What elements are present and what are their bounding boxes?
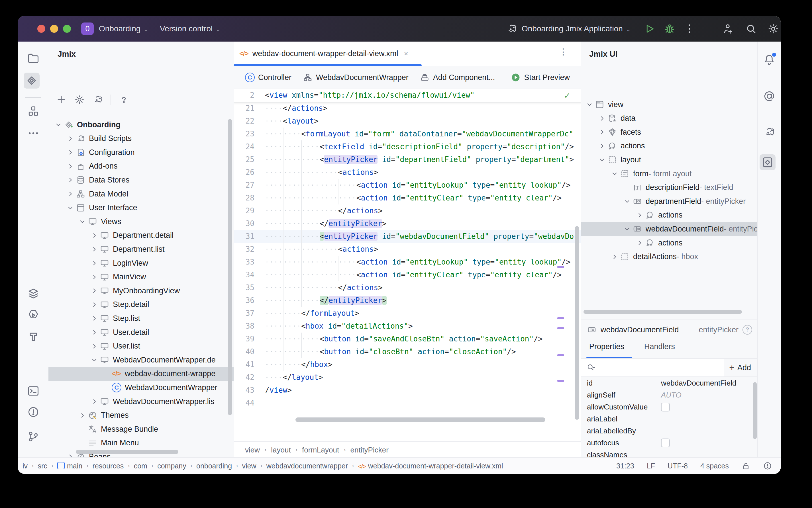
property-search-input[interactable]: [581, 359, 724, 376]
project-item-add-ons[interactable]: Add-ons: [48, 160, 234, 173]
chevron-collapsed-icon[interactable]: [598, 128, 606, 136]
close-icon[interactable]: ×: [404, 49, 408, 58]
property-row-classNames[interactable]: classNames: [581, 449, 750, 458]
project-item-main-menu[interactable]: Main Menu: [48, 436, 234, 450]
jmixui-item-detailactions[interactable]: detailActions - hbox: [581, 250, 758, 264]
code-line-38[interactable]: 38<hbox id="detailActions">: [234, 320, 581, 333]
editor-vertical-scrollbar[interactable]: [575, 226, 579, 420]
help-icon[interactable]: ?: [742, 325, 752, 335]
chevron-collapsed-icon[interactable]: [66, 176, 75, 184]
git-branch-icon[interactable]: [27, 430, 40, 443]
jmix-ui-horizontal-scrollbar[interactable]: [583, 310, 742, 314]
code-line-33[interactable]: 33<action id="entityLookup" type="entity…: [234, 256, 581, 268]
chevron-collapsed-icon[interactable]: [90, 300, 98, 309]
chevron-expanded-icon[interactable]: [66, 204, 75, 212]
path-crumb-webdav-document-wrapper-detail-view.xml[interactable]: </>webdav-document-wrapper-detail-view.x…: [358, 462, 503, 470]
chevron-collapsed-icon[interactable]: [90, 245, 98, 253]
path-crumb-onboarding[interactable]: onboarding: [196, 462, 232, 470]
chevron-expanded-icon[interactable]: [78, 217, 87, 226]
help-icon[interactable]: [119, 94, 129, 105]
plus-icon[interactable]: [56, 94, 67, 105]
jmixui-item-actions[interactable]: actions: [581, 208, 758, 222]
chevron-collapsed-icon[interactable]: [90, 273, 98, 281]
inspections-widget-icon[interactable]: [763, 461, 772, 470]
chevron-collapsed-icon[interactable]: [635, 211, 644, 219]
services-layers-icon[interactable]: [27, 287, 40, 300]
checkbox[interactable]: [661, 438, 670, 447]
project-horizontal-scrollbar[interactable]: [76, 450, 178, 454]
editor-tab[interactable]: </> webdav-document-wrapper-detail-view.…: [239, 42, 408, 66]
project-item-user-list[interactable]: User.list: [48, 339, 234, 353]
checkbox[interactable]: [661, 403, 670, 412]
project-item-data-model[interactable]: Data Model: [48, 187, 234, 201]
code-line-44[interactable]: 44: [234, 397, 581, 410]
add-component-button[interactable]: Add Component...: [420, 73, 495, 82]
jmixui-item-data[interactable]: data: [581, 112, 758, 125]
breadcrumb-view[interactable]: view: [245, 446, 260, 455]
code-line-25[interactable]: 25<entityPicker id="departmentField" pro…: [234, 153, 581, 166]
notifications-bell-icon[interactable]: [763, 53, 775, 66]
jmixui-item-webdavdocumentfield[interactable]: webdavDocumentField - entityPicke: [581, 222, 758, 236]
code-line-32[interactable]: 32<actions>: [234, 243, 581, 256]
chevron-collapsed-icon[interactable]: [66, 148, 75, 157]
editor-area[interactable]: </> webdav-document-wrapper-detail-view.…: [234, 42, 581, 458]
property-row-id[interactable]: idwebdavDocumentField: [581, 377, 750, 389]
tab-properties[interactable]: Properties: [589, 342, 624, 351]
code-line-26[interactable]: 26<actions>: [234, 166, 581, 179]
more-ellipsis-icon[interactable]: [27, 127, 40, 139]
path-crumb-view[interactable]: view: [242, 462, 256, 470]
code-line-23[interactable]: 23<formLayout id="form" dataContainer="w…: [234, 128, 581, 140]
property-row-allowCustomValue[interactable]: allowCustomValue: [581, 401, 750, 413]
path-crumb-webdavdocumentwrapper[interactable]: webdavdocumentwrapper: [267, 462, 348, 470]
minimize-window-button[interactable]: [50, 25, 58, 33]
status-widget-31-23[interactable]: 31:23: [616, 462, 634, 470]
code-line-41[interactable]: 41</hbox>: [234, 358, 581, 371]
jmix-tool-icon[interactable]: [24, 73, 40, 89]
property-value[interactable]: webdavDocumentField: [661, 379, 736, 387]
path-crumb-company[interactable]: company: [157, 462, 186, 470]
project-item-loginview[interactable]: LoginView: [48, 256, 234, 270]
jmixui-item-facets[interactable]: facets: [581, 125, 758, 139]
breadcrumb-layout[interactable]: layout: [271, 446, 291, 455]
chevron-collapsed-icon[interactable]: [66, 162, 75, 171]
code-line-2[interactable]: 2<view xmlns="http://jmix.io/schema/flow…: [234, 89, 581, 102]
problems-icon[interactable]: [27, 406, 40, 418]
run-icon[interactable]: [644, 23, 656, 35]
chevron-expanded-icon[interactable]: [598, 156, 606, 164]
chevron-collapsed-icon[interactable]: [635, 239, 644, 247]
project-item-configuration[interactable]: Configuration: [48, 145, 234, 159]
code-line-27[interactable]: 27<action id="entityLookup" type="entity…: [234, 179, 581, 192]
project-item-data-stores[interactable]: Data Stores: [48, 173, 234, 187]
code-line-39[interactable]: 39<button id="saveAndCloseBtn" action="s…: [234, 333, 581, 345]
project-item-department-detail[interactable]: Department.detail: [48, 229, 234, 242]
chevron-collapsed-icon[interactable]: [598, 114, 606, 123]
property-row-ariaLabel[interactable]: ariaLabel: [581, 413, 750, 425]
code-line-42[interactable]: 42</layout>: [234, 371, 581, 384]
code-line-31[interactable]: 31<entityPicker id="webdavDocumentField"…: [234, 230, 581, 243]
jmixui-item-actions[interactable]: actions: [581, 236, 758, 250]
gear-icon[interactable]: [74, 94, 85, 105]
project-item-department-list[interactable]: Department.list: [48, 242, 234, 256]
close-window-button[interactable]: [37, 25, 45, 33]
code-line-21[interactable]: 21</actions>: [234, 102, 581, 115]
jmixui-item-view[interactable]: view: [581, 98, 758, 111]
property-row-autofocus[interactable]: autofocus: [581, 437, 750, 449]
jmixui-item-descriptionfield[interactable]: descriptionField - textField: [581, 181, 758, 195]
chevron-collapsed-icon[interactable]: [90, 397, 98, 406]
chevron-collapsed-icon[interactable]: [90, 259, 98, 267]
code-editor[interactable]: 21</actions>22<layout>23<formLayout id="…: [234, 102, 581, 426]
properties-vertical-scrollbar[interactable]: [753, 382, 757, 439]
jmixui-item-form[interactable]: form - formLayout: [581, 167, 758, 180]
code-line-36[interactable]: 36</entityPicker>: [234, 294, 581, 307]
path-crumb-com[interactable]: com: [134, 462, 147, 470]
debug-icon[interactable]: [663, 23, 676, 35]
build-hammer-icon[interactable]: [27, 331, 40, 343]
jmixui-item-layout[interactable]: layout: [581, 153, 758, 167]
project-item-message-bundle[interactable]: Message Bundle: [48, 422, 234, 436]
path-crumb-main[interactable]: main: [57, 462, 82, 470]
property-value[interactable]: AUTO: [661, 391, 682, 399]
project-item-mainview[interactable]: MainView: [48, 270, 234, 284]
breadcrumb-formLayout[interactable]: formLayout: [302, 446, 339, 455]
start-preview-button[interactable]: Start Preview: [511, 73, 570, 82]
lock-open-icon[interactable]: [741, 461, 750, 470]
